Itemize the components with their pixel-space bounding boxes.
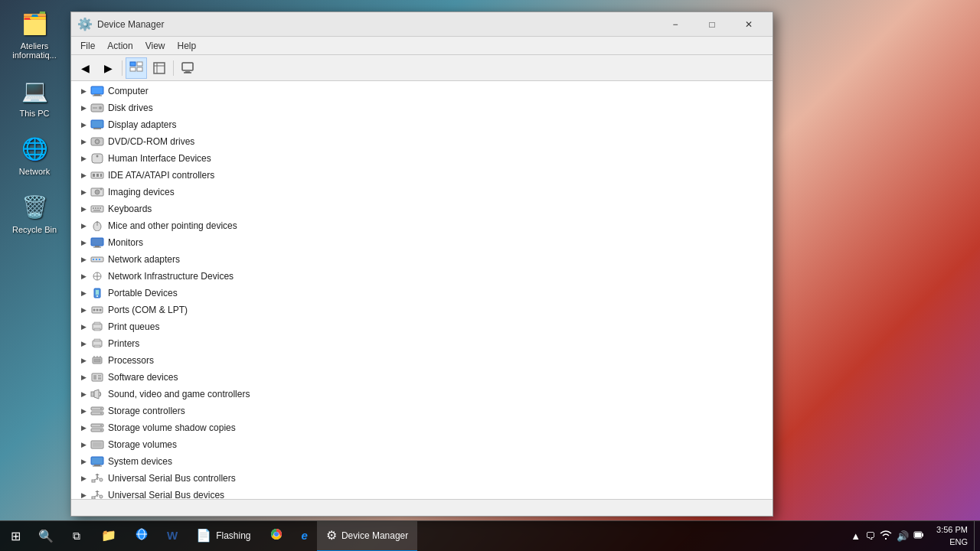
volume-icon[interactable]: 🔊 — [897, 530, 909, 542]
notification-icon[interactable]: 🗨 — [865, 530, 875, 542]
tree-arrow-storage-ctrl[interactable]: ▶ — [77, 405, 90, 417]
tree-label-monitors: Monitors — [108, 237, 143, 248]
start-button[interactable]: ⊞ — [0, 521, 31, 552]
menu-view[interactable]: View — [139, 37, 172, 54]
desktop-icons: 🗂️ Ateliers informatiq... 💻 This PC 🌐 Ne… — [8, 8, 61, 234]
taskbar-ie[interactable] — [126, 521, 158, 552]
device-manager-taskbar-label: Device Manager — [341, 530, 408, 541]
tree-item-computer[interactable]: ▶Computer — [71, 83, 773, 99]
tree-item-dvd-drives[interactable]: ▶DVD/CD-ROM drives — [71, 133, 773, 150]
tree-item-mice[interactable]: ▶Mice and other pointing devices — [71, 217, 773, 234]
tree-arrow-usb-devices[interactable]: ▶ — [77, 489, 90, 499]
tree-arrow-storage-vol[interactable]: ▶ — [77, 439, 90, 451]
tree-item-network-infra[interactable]: ▶Network Infrastructure Devices — [71, 268, 773, 285]
tree-item-storage-vol[interactable]: ▶Storage volumes — [71, 436, 773, 453]
taskbar-word[interactable]: W — [158, 521, 187, 552]
tree-item-disk-drives[interactable]: ▶Disk drives — [71, 99, 773, 116]
menu-action[interactable]: Action — [101, 37, 139, 54]
menu-file[interactable]: File — [74, 37, 101, 54]
tree-arrow-keyboards[interactable]: ▶ — [77, 203, 90, 215]
back-button[interactable]: ◀ — [74, 57, 96, 79]
tree-arrow-disk-drives[interactable]: ▶ — [77, 102, 90, 114]
tree-item-usb-ctrl[interactable]: ▶Universal Serial Bus controllers — [71, 470, 773, 487]
tree-arrow-ide[interactable]: ▶ — [77, 169, 90, 181]
desktop-icon-recycle-bin[interactable]: 🗑️ Recycle Bin — [8, 191, 61, 234]
tree-item-sound[interactable]: ▶Sound, video and game controllers — [71, 386, 773, 403]
tree-view[interactable]: ▶Computer▶Disk drives▶Display adapters▶D… — [71, 81, 773, 499]
tree-item-monitors[interactable]: ▶Monitors — [71, 234, 773, 251]
tree-arrow-sound[interactable]: ▶ — [77, 388, 90, 400]
tree-item-storage-ctrl[interactable]: ▶Storage controllers — [71, 403, 773, 419]
tree-item-imaging[interactable]: ▶Imaging devices — [71, 184, 773, 201]
svg-rect-25 — [96, 174, 99, 177]
tree-item-ide[interactable]: ▶IDE ATA/ATAPI controllers — [71, 167, 773, 184]
tree-item-print-queues[interactable]: ▶Print queues — [71, 318, 773, 335]
tree-item-network-adapters[interactable]: ▶Network adapters — [71, 251, 773, 268]
tree-item-storage-shadow[interactable]: ▶Storage volume shadow copies — [71, 419, 773, 436]
show-resources-button[interactable] — [149, 57, 170, 79]
svg-rect-33 — [97, 207, 99, 209]
show-devices-button[interactable] — [126, 57, 147, 79]
tree-arrow-mice[interactable]: ▶ — [77, 220, 90, 232]
tree-arrow-imaging[interactable]: ▶ — [77, 186, 90, 198]
tree-item-system-devices[interactable]: ▶System devices — [71, 453, 773, 470]
tree-item-processors[interactable]: ▶Processors — [71, 352, 773, 369]
search-button[interactable]: 🔍 — [31, 521, 61, 552]
tree-arrow-print-queues[interactable]: ▶ — [77, 321, 90, 333]
tree-arrow-ports[interactable]: ▶ — [77, 304, 90, 316]
taskbar-device-manager[interactable]: ⚙ Device Manager — [317, 521, 417, 552]
window-titlebar[interactable]: ⚙️ Device Manager − □ ✕ — [71, 12, 773, 37]
maximize-button[interactable]: □ — [694, 12, 730, 37]
tree-icon-ide — [90, 169, 105, 181]
this-pc-icon: 💻 — [19, 75, 50, 106]
tree-arrow-system-devices[interactable]: ▶ — [77, 455, 90, 468]
taskbar-clock[interactable]: 3:56 PM ENG — [930, 524, 974, 548]
taskbar-ie2[interactable]: e — [292, 521, 317, 552]
tree-item-hid[interactable]: ▶Human Interface Devices — [71, 150, 773, 167]
tree-arrow-computer[interactable]: ▶ — [77, 85, 90, 97]
wifi-icon[interactable] — [880, 529, 892, 543]
monitor-button[interactable] — [177, 57, 198, 79]
tree-item-usb-devices[interactable]: ▶Universal Serial Bus devices — [71, 487, 773, 499]
minimize-button[interactable]: − — [658, 12, 693, 37]
tree-arrow-hid[interactable]: ▶ — [77, 152, 90, 165]
taskbar-chrome[interactable] — [260, 521, 292, 552]
tree-arrow-portable[interactable]: ▶ — [77, 287, 90, 299]
tree-item-portable[interactable]: ▶Portable Devices — [71, 285, 773, 302]
tree-arrow-usb-ctrl[interactable]: ▶ — [77, 472, 90, 484]
svg-rect-10 — [91, 86, 103, 94]
tree-icon-imaging — [90, 186, 105, 198]
tree-arrow-network-infra[interactable]: ▶ — [77, 270, 90, 282]
battery-icon[interactable] — [913, 530, 924, 543]
tree-label-print-queues: Print queues — [108, 321, 159, 332]
desktop-icon-network[interactable]: 🌐 Network — [8, 133, 61, 176]
tree-arrow-processors[interactable]: ▶ — [77, 354, 90, 367]
tree-arrow-storage-shadow[interactable]: ▶ — [77, 422, 90, 434]
tree-arrow-display-adapters[interactable]: ▶ — [77, 119, 90, 131]
tree-item-display-adapters[interactable]: ▶Display adapters — [71, 116, 773, 133]
taskbar-items: 📁 W 📄 Flashing e ⚙ Device Manager — [92, 521, 844, 551]
close-button[interactable]: ✕ — [731, 12, 766, 37]
forward-button[interactable]: ▶ — [97, 57, 119, 79]
show-desktop-button[interactable] — [974, 521, 980, 552]
tree-item-printers[interactable]: ▶Printers — [71, 335, 773, 352]
tree-item-ports[interactable]: ▶Ports (COM & LPT) — [71, 302, 773, 318]
svg-rect-44 — [96, 259, 97, 260]
taskbar-flashing[interactable]: 📄 Flashing — [187, 521, 260, 552]
taskbar-file-explorer[interactable]: 📁 — [92, 521, 126, 552]
menu-help[interactable]: Help — [172, 37, 203, 54]
show-hidden-icon[interactable]: ▲ — [851, 530, 861, 542]
tree-arrow-network-adapters[interactable]: ▶ — [77, 253, 90, 266]
tree-arrow-printers[interactable]: ▶ — [77, 337, 90, 350]
desktop-icon-this-pc[interactable]: 💻 This PC — [8, 75, 61, 118]
tree-arrow-monitors[interactable]: ▶ — [77, 236, 90, 249]
task-view-button[interactable]: ⧉ — [61, 521, 92, 552]
tree-label-computer: Computer — [108, 86, 149, 96]
tree-item-keyboards[interactable]: ▶Keyboards — [71, 201, 773, 217]
tree-item-software-devices[interactable]: ▶Software devices — [71, 369, 773, 386]
desktop-icon-ateliers[interactable]: 🗂️ Ateliers informatiq... — [8, 8, 61, 60]
tree-arrow-dvd-drives[interactable]: ▶ — [77, 135, 90, 148]
svg-rect-105 — [915, 533, 921, 537]
tree-arrow-software-devices[interactable]: ▶ — [77, 371, 90, 383]
svg-rect-58 — [94, 328, 100, 331]
